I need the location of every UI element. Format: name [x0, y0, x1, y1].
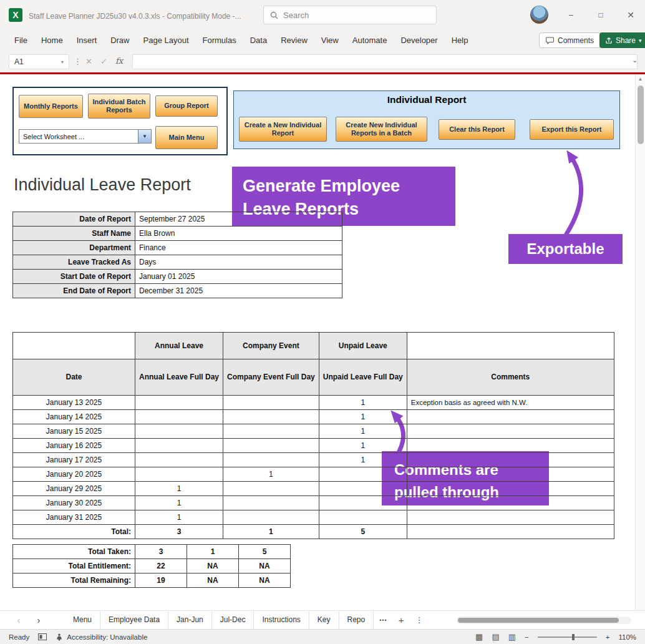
summary-annual-cell[interactable]: 22	[135, 559, 187, 573]
date-cell[interactable]: January 15 2025	[13, 424, 135, 439]
zoom-level[interactable]: 110%	[618, 633, 636, 641]
comments-button[interactable]: Comments	[539, 32, 601, 48]
header-date[interactable]: Date	[13, 359, 135, 396]
tab-overflow-icon[interactable]: •••	[374, 617, 392, 623]
header-comments[interactable]: Comments	[407, 359, 614, 396]
unpaid-cell[interactable]	[319, 510, 407, 525]
vertical-scroll-thumb[interactable]	[638, 85, 644, 144]
group-header-unpaid[interactable]: Unpaid Leave	[319, 333, 407, 359]
confirm-entry-icon[interactable]: ✓	[100, 57, 107, 66]
page-break-view-icon[interactable]: ▥	[508, 632, 516, 642]
info-label-cell[interactable]: Date of Report	[13, 212, 135, 227]
comment-cell[interactable]	[407, 439, 614, 453]
normal-view-icon[interactable]: ▦	[475, 632, 483, 642]
company-cell[interactable]: 1	[223, 467, 319, 482]
summary-unpaid-cell[interactable]: NA	[239, 559, 291, 573]
group-report-button[interactable]: Group Report	[155, 95, 218, 117]
individual-batch-reports-button[interactable]: Individual Batch Reports	[88, 94, 150, 119]
create-new-individual-report-button[interactable]: Create a New Individual Report	[239, 117, 327, 142]
sheet-tab-employee-data[interactable]: Employee Data	[100, 611, 168, 629]
horizontal-scroll-thumb[interactable]	[458, 618, 619, 623]
export-report-button[interactable]: Export this Report	[530, 119, 614, 140]
tab-home[interactable]: Home	[34, 30, 70, 51]
maximize-button[interactable]: □	[587, 0, 614, 30]
summary-annual-cell[interactable]: 19	[135, 573, 187, 588]
summary-company-cell[interactable]: NA	[187, 559, 239, 573]
summary-company-cell[interactable]: NA	[187, 573, 239, 588]
scroll-up-icon[interactable]: ▲	[636, 76, 645, 82]
company-cell[interactable]	[223, 482, 319, 496]
summary-company-cell[interactable]: 1	[187, 545, 239, 559]
header-unpaid[interactable]: Unpaid Leave Full Day	[319, 359, 407, 396]
name-box[interactable]: A1 ▾	[9, 54, 69, 69]
macro-record-icon[interactable]	[38, 633, 47, 640]
company-cell[interactable]	[223, 439, 319, 453]
date-cell[interactable]: January 29 2025	[13, 482, 135, 496]
sheet-tab-jan-jun[interactable]: Jan-Jun	[168, 611, 212, 629]
minimize-button[interactable]: −	[557, 0, 584, 30]
annual-cell[interactable]	[135, 439, 223, 453]
worksheet-dropdown[interactable]: Select Worksheet ... ▼	[19, 129, 152, 144]
zoom-out-icon[interactable]: −	[525, 633, 529, 641]
unpaid-cell[interactable]: 1	[319, 424, 407, 439]
unpaid-cell[interactable]: 1	[319, 410, 407, 424]
info-value-cell[interactable]: Days	[135, 255, 342, 270]
company-cell[interactable]	[223, 410, 319, 424]
info-label-cell[interactable]: End Date of Report	[13, 284, 135, 298]
main-menu-button[interactable]: Main Menu	[155, 126, 218, 149]
info-value-cell[interactable]: January 01 2025	[135, 270, 342, 284]
summary-annual-cell[interactable]: 3	[135, 545, 187, 559]
date-cell[interactable]: January 16 2025	[13, 439, 135, 453]
sheet-tab-key[interactable]: Key	[309, 611, 339, 629]
info-label-cell[interactable]: Start Date of Report	[13, 270, 135, 284]
total-annual-cell[interactable]: 3	[135, 525, 223, 539]
annual-cell[interactable]: 1	[135, 482, 223, 496]
date-cell[interactable]: January 20 2025	[13, 467, 135, 482]
summary-unpaid-cell[interactable]: 5	[239, 545, 291, 559]
annual-cell[interactable]	[135, 424, 223, 439]
total-company-cell[interactable]: 1	[223, 525, 319, 539]
tab-review[interactable]: Review	[274, 30, 314, 51]
unpaid-cell[interactable]: 1	[319, 439, 407, 453]
company-cell[interactable]	[223, 496, 319, 510]
date-cell[interactable]: January 17 2025	[13, 453, 135, 467]
expand-formula-bar-icon[interactable]: ⌄	[632, 56, 638, 64]
group-header-annual[interactable]: Annual Leave	[135, 333, 223, 359]
info-label-cell[interactable]: Staff Name	[13, 227, 135, 241]
close-button[interactable]: ✕	[617, 0, 644, 30]
comment-cell[interactable]: Exception basis as agreed with N.W.	[407, 396, 614, 410]
tab-help[interactable]: Help	[445, 30, 475, 51]
zoom-slider-knob[interactable]	[572, 634, 575, 640]
comment-cell[interactable]	[407, 410, 614, 424]
cancel-entry-icon[interactable]: ✕	[85, 57, 92, 66]
sheet-tab-repo[interactable]: Repo	[339, 611, 374, 629]
sheet-tab-jul-dec[interactable]: Jul-Dec	[212, 611, 255, 629]
insert-function-icon[interactable]: fx	[115, 56, 123, 66]
date-cell[interactable]: January 14 2025	[13, 410, 135, 424]
date-cell[interactable]: January 31 2025	[13, 510, 135, 525]
info-value-cell[interactable]: September 27 2025	[135, 212, 342, 227]
comment-cell[interactable]	[407, 453, 614, 467]
company-cell[interactable]	[223, 424, 319, 439]
tab-data[interactable]: Data	[243, 30, 274, 51]
formula-input[interactable]	[132, 54, 638, 69]
group-header-company[interactable]: Company Event	[223, 333, 319, 359]
tab-more-icon[interactable]: ⋮	[409, 615, 429, 625]
comment-cell[interactable]	[407, 467, 614, 482]
annual-cell[interactable]	[135, 467, 223, 482]
unpaid-cell[interactable]: 1	[319, 396, 407, 410]
annual-cell[interactable]	[135, 396, 223, 410]
annual-cell[interactable]	[135, 453, 223, 467]
comment-cell[interactable]	[407, 424, 614, 439]
total-unpaid-cell[interactable]: 5	[319, 525, 407, 539]
tab-automate[interactable]: Automate	[346, 30, 394, 51]
share-button[interactable]: Share ▾	[599, 32, 645, 48]
clear-report-button[interactable]: Clear this Report	[439, 119, 515, 140]
company-cell[interactable]	[223, 453, 319, 467]
annual-cell[interactable]: 1	[135, 496, 223, 510]
total-comment-cell[interactable]	[407, 525, 614, 539]
sheet-tab-instructions[interactable]: Instructions	[254, 611, 309, 629]
avatar[interactable]	[530, 6, 548, 24]
date-cell[interactable]: January 13 2025	[13, 396, 135, 410]
vertical-scrollbar[interactable]: ▲	[635, 74, 645, 610]
